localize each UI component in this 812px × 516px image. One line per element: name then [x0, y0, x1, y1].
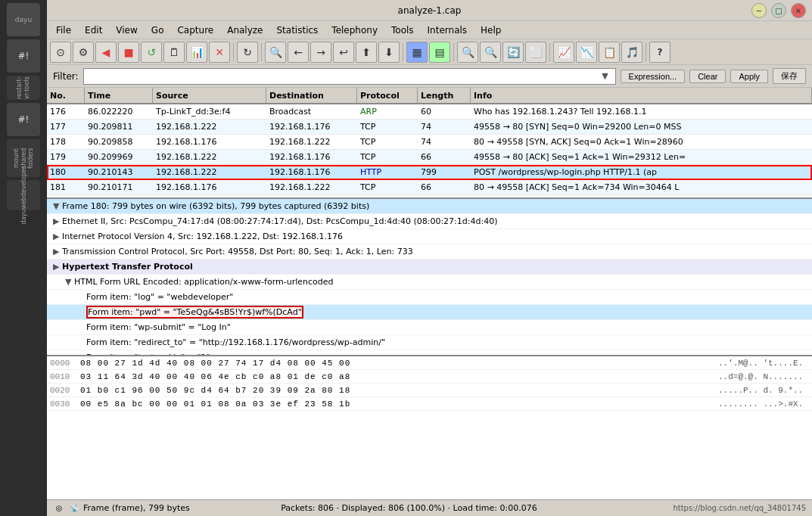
- menu-file[interactable]: File: [50, 23, 77, 37]
- hex-bytes: 08 00 27 1d 4d 40 08 00 27 74 17 d4 08 0…: [80, 359, 718, 368]
- table-row[interactable]: 178 90.209858 192.168.1.176 192.168.1.22…: [47, 135, 812, 150]
- detail-row[interactable]: ▶ Internet Protocol Version 4, Src: 192.…: [47, 229, 812, 244]
- toolbar-colorize2[interactable]: ▤: [429, 42, 450, 63]
- table-row[interactable]: 176 86.022220 Tp-LinkT_dd:3e:f4 Broadcas…: [47, 104, 812, 120]
- menu-edit[interactable]: Edit: [79, 23, 108, 37]
- detail-row[interactable]: Form item: "log" = "webdeveloper": [47, 290, 812, 305]
- sidebar-user-label: dayu: [15, 16, 32, 23]
- cell-len: 66: [418, 152, 471, 162]
- cell-dst: 192.168.1.222: [266, 137, 357, 147]
- menu-help[interactable]: Help: [474, 23, 507, 37]
- menu-go[interactable]: Go: [145, 23, 170, 37]
- cell-src: 192.168.1.176: [153, 137, 266, 147]
- filter-input[interactable]: [87, 72, 599, 81]
- cell-info: 80 → 49558 [ACK] Seq=1 Ack=734 Win=30464…: [471, 182, 812, 192]
- sidebar-avatar[interactable]: dayu: [7, 3, 40, 36]
- detail-row[interactable]: Form item: "pwd" = "Te5eQg&4sBS!Yr$)wf%(…: [47, 305, 812, 320]
- expression-button[interactable]: Expression...: [621, 70, 686, 83]
- toolbar-find[interactable]: 🔍: [265, 42, 286, 63]
- sidebar-item-hash2[interactable]: #!: [7, 103, 40, 136]
- detail-row[interactable]: ▶ Ethernet II, Src: PcsCompu_74:17:d4 (0…: [47, 214, 812, 229]
- hex-rows: 0000 08 00 27 1d 4d 40 08 00 27 74 17 d4…: [47, 356, 812, 411]
- table-row[interactable]: 181 90.210171 192.168.1.176 192.168.1.22…: [47, 180, 812, 195]
- cell-src: 192.168.1.176: [153, 182, 266, 192]
- toolbar-flow[interactable]: 📉: [576, 42, 597, 63]
- toolbar-next[interactable]: →: [310, 42, 331, 63]
- menu-capture[interactable]: Capture: [171, 23, 219, 37]
- hex-ascii: ..'.M@.. 't....E.: [718, 359, 809, 368]
- cell-info: 49558 → 80 [ACK] Seq=1 Ack=1 Win=29312 L…: [471, 152, 812, 162]
- toolbar-help[interactable]: ?: [649, 42, 670, 63]
- toolbar-open-file[interactable]: 🗒: [163, 42, 185, 63]
- expand-icon: ▶: [53, 262, 62, 272]
- toolbar-restart[interactable]: ↺: [141, 42, 162, 63]
- toolbar-close[interactable]: ✕: [209, 42, 230, 63]
- filter-dropdown-btn[interactable]: ▼: [599, 70, 612, 83]
- menu-tools[interactable]: Tools: [385, 23, 420, 37]
- detail-row[interactable]: ▶ Hypertext Transfer Protocol: [47, 260, 812, 275]
- toolbar-zoom-out[interactable]: 🔍: [457, 42, 478, 63]
- toolbar-rtp[interactable]: 🎵: [621, 42, 642, 63]
- sidebar-item-tools[interactable]: restart-vr-tools: [7, 76, 40, 100]
- menu-telephony[interactable]: Telephony: [325, 23, 384, 37]
- toolbar-zoom-in[interactable]: 🔍: [480, 42, 501, 63]
- table-row[interactable]: 177 90.209811 192.168.1.222 192.168.1.17…: [47, 120, 812, 135]
- cell-time: 90.209858: [85, 137, 153, 147]
- status-icon-circle: ◎: [53, 502, 65, 514]
- toolbar-go-prev[interactable]: ⬆: [356, 42, 377, 63]
- sidebar-item-webd[interactable]: dayuwebdeveloper: [7, 180, 40, 210]
- clear-button[interactable]: Clear: [689, 70, 726, 83]
- cell-info: 49558 → 80 [SYN] Seq=0 Win=29200 Len=0 M…: [471, 122, 812, 132]
- toolbar-io-graph[interactable]: 📈: [553, 42, 574, 63]
- close-button[interactable]: ✕: [791, 3, 806, 18]
- detail-row[interactable]: ▶ Transmission Control Protocol, Src Por…: [47, 244, 812, 260]
- detail-row[interactable]: Form item: "redirect_to" = "http://192.1…: [47, 335, 812, 350]
- menu-statistics[interactable]: Statistics: [270, 23, 324, 37]
- expand-icon: ▼: [53, 201, 62, 211]
- toolbar-resize[interactable]: ⬜: [525, 42, 546, 63]
- cell-len: 66: [418, 182, 471, 192]
- menu-analyze[interactable]: Analyze: [221, 23, 269, 37]
- menu-internals[interactable]: Internals: [422, 23, 474, 37]
- toolbar-voip[interactable]: 📋: [599, 42, 620, 63]
- cell-dst: 192.168.1.222: [266, 182, 357, 192]
- menu-bar: File Edit View Go Capture Analyze Statis…: [47, 21, 812, 39]
- cell-proto: HTTP: [357, 167, 418, 177]
- maximize-button[interactable]: □: [771, 3, 786, 18]
- expand-icon: ▶: [53, 216, 62, 226]
- col-source: Source: [153, 88, 266, 103]
- sidebar: dayu #! restart-vr-tools #! mount shared…: [0, 0, 47, 516]
- cell-info: POST /wordpress/wp-login.php HTTP/1.1 (a…: [471, 167, 812, 177]
- toolbar-capture-start[interactable]: ◀: [95, 42, 117, 63]
- minimize-button[interactable]: ─: [751, 3, 767, 18]
- menu-view[interactable]: View: [110, 23, 143, 37]
- detail-text: Form item: "redirect_to" = "http://192.1…: [86, 337, 385, 347]
- toolbar-reload[interactable]: ↻: [237, 42, 258, 63]
- detail-row[interactable]: ▼ Frame 180: 799 bytes on wire (6392 bit…: [47, 199, 812, 214]
- cell-no: 181: [47, 182, 85, 192]
- cell-time: 86.022220: [85, 107, 153, 117]
- sidebar-item-hash1[interactable]: #!: [7, 39, 40, 73]
- cell-len: 74: [418, 122, 471, 132]
- status-frame-info: Frame (frame), 799 bytes: [83, 503, 278, 513]
- toolbar-prev[interactable]: ←: [288, 42, 309, 63]
- toolbar-go-next[interactable]: ⬇: [378, 42, 400, 63]
- hex-ascii: ........ ...>.#X.: [718, 399, 809, 409]
- toolbar-colorize1[interactable]: ▦: [406, 42, 428, 63]
- apply-button[interactable]: Apply: [730, 70, 768, 83]
- expand-icon: ▶: [53, 247, 62, 256]
- toolbar-interface-list[interactable]: ⊙: [50, 42, 71, 63]
- detail-row[interactable]: ▼ HTML Form URL Encoded: application/x-w…: [47, 275, 812, 290]
- table-row[interactable]: 179 90.209969 192.168.1.222 192.168.1.17…: [47, 150, 812, 165]
- toolbar-capture-options[interactable]: ⚙: [73, 42, 94, 63]
- toolbar-file-set[interactable]: 📊: [186, 42, 207, 63]
- toolbar-first[interactable]: ↩: [333, 42, 354, 63]
- status-bar: ◎ 📡 Frame (frame), 799 bytes Packets: 80…: [47, 499, 812, 516]
- toolbar-capture-stop[interactable]: ■: [118, 42, 139, 63]
- packet-detail: ▼ Frame 180: 799 bytes on wire (6392 bit…: [47, 197, 812, 356]
- detail-row[interactable]: Form item: "testcookie" = "1": [47, 350, 812, 356]
- toolbar-zoom-100[interactable]: 🔄: [502, 42, 524, 63]
- table-row[interactable]: 180 90.210143 192.168.1.222 192.168.1.17…: [47, 165, 812, 180]
- detail-row[interactable]: Form item: "wp-submit" = "Log In": [47, 320, 812, 335]
- save-button[interactable]: 保存: [773, 68, 806, 84]
